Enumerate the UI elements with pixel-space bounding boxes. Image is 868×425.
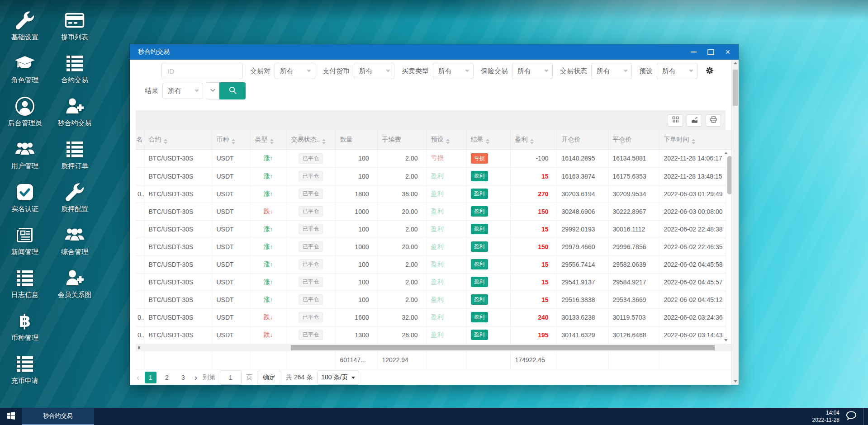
filter-select-pair[interactable]: 所有: [275, 63, 315, 79]
column-header[interactable]: 预设: [426, 130, 466, 150]
window-vertical-scrollbar[interactable]: [731, 60, 739, 385]
preset-label: 盈利: [431, 172, 444, 179]
taskbar-clock[interactable]: 14:04 2022-11-28: [812, 409, 840, 424]
chat-button[interactable]: [846, 411, 857, 422]
id-search-input[interactable]: [161, 63, 243, 79]
filter-label-result: 结果: [145, 87, 158, 95]
sort-icon[interactable]: [692, 139, 695, 144]
desktop-icon-withdraw-list[interactable]: 提币列表: [52, 5, 97, 47]
taskbar-task-second-contract[interactable]: 秒合约交易: [22, 408, 94, 425]
page-button-2[interactable]: 2: [161, 372, 173, 383]
filter-select-currency[interactable]: 所有: [354, 63, 394, 79]
show-desktop-button[interactable]: [863, 408, 866, 425]
chevron-down-icon: [351, 377, 355, 379]
column-header[interactable]: 合约: [144, 130, 212, 150]
window-titlebar[interactable]: 秒合约交易 ×: [130, 44, 739, 60]
column-header[interactable]: 数量: [335, 130, 377, 150]
table-row[interactable]: BTC/USDT-30SUSDT涨↑已平仓1002.00盈利盈利1529992.…: [136, 220, 726, 238]
desktop-icon-second-contract[interactable]: 秒合约交易: [52, 90, 97, 133]
filter-settings-button[interactable]: [706, 66, 714, 76]
table-row[interactable]: BTC/USDT-30SUSDT涨↑已平仓1002.00盈利盈利1529516.…: [136, 291, 726, 308]
prev-page-button[interactable]: ‹: [136, 373, 140, 382]
desktop-icon-deposit-request[interactable]: 充币申请: [3, 348, 47, 391]
column-header[interactable]: 名: [136, 130, 144, 150]
filter-select-status[interactable]: 所有: [591, 63, 632, 79]
page-button-1[interactable]: 1: [145, 372, 157, 383]
table-row[interactable]: BTC/USDT-30SUSDT跌↓已平仓100020.00盈利盈利150302…: [136, 203, 726, 220]
column-header[interactable]: 手续费: [377, 130, 426, 150]
filter-select-insurance[interactable]: 所有: [512, 63, 553, 79]
sort-icon[interactable]: [232, 139, 235, 144]
confirm-page-button[interactable]: 确定: [257, 371, 281, 384]
table-summary-row: 601147...12022.94174922.45: [136, 351, 733, 369]
column-header[interactable]: 开仓价: [557, 130, 608, 150]
filter-select-result[interactable]: 所有: [162, 83, 203, 99]
scroll-up-arrow[interactable]: [732, 60, 739, 66]
sort-icon[interactable]: [164, 139, 167, 144]
desktop-icon-user-manage[interactable]: 用户管理: [3, 133, 47, 176]
table-row[interactable]: BTC/USDT-30SUSDT涨↑已平仓1002.00盈利盈利1516163.…: [136, 167, 726, 185]
filter-row-2: 结果 所有: [136, 82, 726, 99]
column-header[interactable]: 平仓价: [608, 130, 659, 150]
scrollbar-thumb[interactable]: [733, 70, 738, 106]
table-row[interactable]: BTC/USDT-30SUSDT涨↑已平仓100020.00盈利盈利150299…: [136, 238, 726, 255]
scrollbar-thumb[interactable]: [727, 156, 732, 194]
column-header[interactable]: 下单时间: [659, 130, 733, 150]
desktop-icon-log-info[interactable]: 日志信息: [3, 262, 47, 305]
desktop-icon-pledge-orders[interactable]: 质押订单: [52, 133, 97, 176]
print-icon: [710, 116, 717, 125]
preset-label: 盈利: [431, 260, 444, 268]
scrollbar-thumb[interactable]: [291, 345, 715, 350]
profit-value: -100: [536, 155, 548, 162]
maximize-button[interactable]: [703, 46, 718, 58]
next-page-button[interactable]: ›: [194, 373, 198, 382]
filter-select-trade-type[interactable]: 所有: [433, 63, 474, 79]
table-row[interactable]: BTC/USDT-30SUSDT涨↑已平仓1002.00盈利盈利1529556.…: [136, 255, 726, 273]
scroll-down-arrow[interactable]: [732, 378, 739, 385]
direction-up-label: 涨↑: [264, 190, 273, 197]
column-header[interactable]: 币种: [212, 130, 250, 150]
profit-value: 15: [541, 226, 549, 233]
sort-icon[interactable]: [530, 139, 534, 144]
close-button[interactable]: ×: [721, 46, 735, 58]
desktop-icon-pledge-config[interactable]: 质押配置: [52, 176, 97, 219]
desktop-icon-news-manage[interactable]: 新闻管理: [3, 219, 47, 262]
table-row[interactable]: 0...BTC/USDT-30SUSDT涨↑已平仓180036.00盈利盈利27…: [136, 185, 726, 203]
per-page-select[interactable]: 100 条/页: [317, 370, 359, 385]
scroll-right-arrow[interactable]: [136, 344, 142, 351]
sort-icon[interactable]: [446, 139, 450, 144]
sort-icon[interactable]: [322, 139, 326, 144]
table-row[interactable]: 0...BTC/USDT-30SUSDT跌↓已平仓160032.00盈利盈利24…: [136, 308, 726, 326]
desktop-icon-role-manage[interactable]: 角色管理: [3, 47, 47, 90]
column-header[interactable]: 类型: [250, 130, 286, 150]
column-settings-button[interactable]: [668, 114, 683, 127]
svg-text:฿: ฿: [19, 311, 31, 331]
desktop-icon-admin-manage[interactable]: 后台管理员: [3, 90, 47, 133]
filter-select-preset[interactable]: 所有: [657, 63, 697, 79]
user-plus-icon: [65, 268, 85, 288]
search-button[interactable]: [219, 82, 246, 99]
column-header[interactable]: 盈利: [510, 130, 557, 150]
collapse-filters-button[interactable]: [206, 82, 219, 99]
desktop-icon-contract-trade[interactable]: 合约交易: [52, 47, 97, 90]
export-button[interactable]: [687, 114, 702, 127]
print-button[interactable]: [706, 114, 721, 127]
window-title: 秒合约交易: [138, 48, 686, 56]
table-row[interactable]: 0...BTC/USDT-30SUSDT跌↓已平仓130026.00盈利盈利19…: [136, 326, 726, 344]
start-button[interactable]: [0, 408, 22, 425]
table-row[interactable]: BTC/USDT-30SUSDT涨↑已平仓1002.00盈利盈利1529541.…: [136, 273, 726, 291]
table-horizontal-scrollbar[interactable]: [136, 344, 733, 351]
page-button-3[interactable]: 3: [177, 372, 189, 383]
column-header[interactable]: 结果: [466, 130, 510, 150]
sort-icon[interactable]: [486, 139, 489, 144]
desktop-icon-base-settings[interactable]: 基础设置: [3, 5, 47, 47]
sort-icon[interactable]: [270, 139, 274, 144]
desktop-icon-coin-manage[interactable]: ฿币种管理: [3, 305, 47, 348]
goto-page-input[interactable]: [220, 370, 242, 385]
desktop-icon-member-graph[interactable]: 会员关系图: [52, 262, 97, 305]
desktop-icon-kyc-verify[interactable]: 实名认证: [3, 176, 47, 219]
table-row[interactable]: BTC/USDT-30SUSDT涨↑已平仓1002.00亏损亏损-1001614…: [136, 150, 726, 167]
column-header[interactable]: 交易状态..: [286, 130, 335, 150]
minimize-button[interactable]: [686, 46, 701, 58]
desktop-icon-general-manage[interactable]: 综合管理: [52, 219, 97, 262]
